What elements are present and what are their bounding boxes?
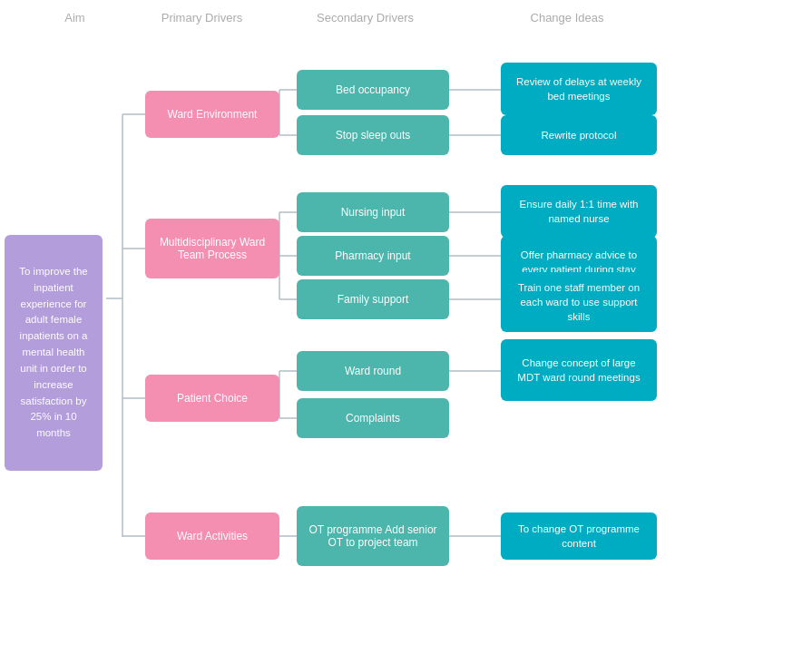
primary-patient-choice: Patient Choice [145,375,279,422]
secondary-ot: OT programme Add senior OT to project te… [297,506,449,566]
header-aim: Aim [23,9,127,25]
header-secondary: Secondary Drivers [277,9,454,25]
diagram-container: Aim Primary Drivers Secondary Drivers Ch… [0,0,812,654]
secondary-pharmacy: Pharmacy input [297,236,449,276]
change-ot-content: To change OT programme content [501,512,657,560]
change-rewrite-protocol: Rewrite protocol [501,115,657,155]
secondary-complaints: Complaints [297,398,449,438]
header-change: Change Ideas [481,9,653,25]
change-mdt-ward-round: Change concept of large MDT ward round m… [501,339,657,401]
secondary-sleep-outs: Stop sleep outs [297,115,449,155]
change-review-delays: Review of delays at weekly bed meetings [501,63,657,115]
header-primary: Primary Drivers [127,9,277,25]
primary-ward-act: Ward Activities [145,512,279,560]
secondary-ward-round: Ward round [297,351,449,391]
primary-ward-env: Ward Environment [145,91,279,138]
change-daily-nurse: Ensure daily 1:1 time with named nurse [501,185,657,238]
primary-mdt: Multidisciplinary Ward Team Process [145,219,279,278]
secondary-bed-occ: Bed occupancy [297,70,449,110]
secondary-family: Family support [297,279,449,319]
change-train-staff: Train one staff member on each ward to u… [501,272,657,332]
aim-box: To improve the inpatient experience for … [5,235,103,471]
secondary-nursing: Nursing input [297,192,449,232]
